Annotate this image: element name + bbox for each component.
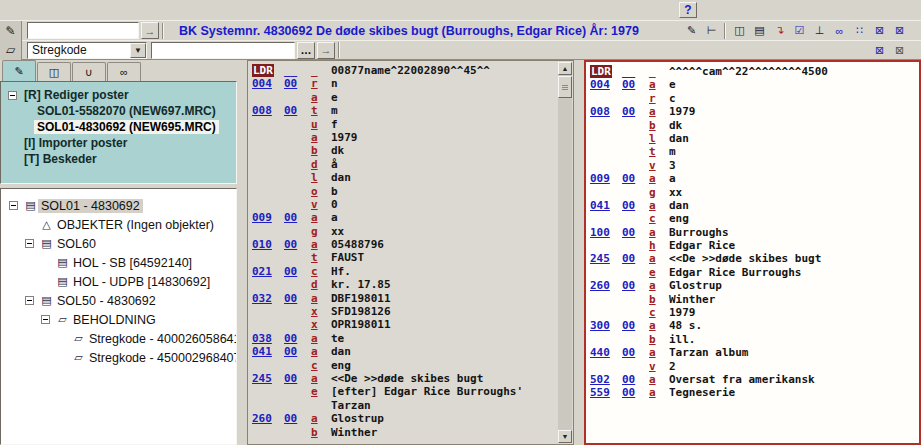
marc-subfield-code[interactable]: u bbox=[311, 118, 319, 131]
marc-indicators[interactable] bbox=[622, 333, 637, 346]
tree-item[interactable]: [I] Importer poster bbox=[1, 135, 236, 151]
marc-tag[interactable] bbox=[590, 132, 612, 145]
marc-subfield-code[interactable]: e bbox=[311, 385, 319, 398]
marc-tag[interactable]: 300 bbox=[590, 319, 612, 332]
record-go-button[interactable]: → bbox=[141, 22, 159, 39]
marc-indicators[interactable] bbox=[284, 91, 299, 104]
marc-subfield-code[interactable]: x bbox=[311, 318, 319, 331]
marc-indicators[interactable] bbox=[622, 360, 637, 373]
record-page-icon[interactable]: ✎ bbox=[0, 21, 22, 41]
marc-indicators[interactable]: 00 bbox=[622, 319, 637, 332]
marc-tag[interactable] bbox=[252, 91, 274, 104]
tree-item[interactable]: ▤ SOL50 - 4830692 bbox=[1, 291, 236, 310]
marc-indicators[interactable] bbox=[284, 359, 299, 372]
marc-row[interactable]: 021 00 c Hf. bbox=[252, 265, 557, 278]
marc-indicators[interactable]: 00 bbox=[622, 279, 637, 292]
marc-indicators[interactable] bbox=[622, 92, 637, 105]
marc-indicators[interactable] bbox=[622, 293, 637, 306]
marc-indicators[interactable]: 00 bbox=[284, 372, 299, 385]
marc-tag[interactable] bbox=[590, 159, 612, 172]
marc-subfield-code[interactable]: a bbox=[649, 386, 657, 399]
marc-subfield-code[interactable]: a bbox=[311, 292, 319, 305]
menu-item[interactable] bbox=[40, 8, 56, 12]
marc-tag[interactable]: 245 bbox=[590, 252, 612, 265]
marc-row[interactable]: 245 00 a <<De >>døde skibes bugt bbox=[252, 372, 557, 385]
marc-tag[interactable] bbox=[252, 359, 274, 372]
marc-row[interactable]: c 1979 bbox=[590, 306, 919, 319]
marc-subfield-code[interactable]: a bbox=[311, 332, 319, 345]
browse-more-button[interactable]: … bbox=[297, 42, 315, 59]
marc-row[interactable]: 032 00 a DBF198011 bbox=[252, 292, 557, 305]
marc-tag[interactable]: 009 bbox=[590, 172, 612, 185]
vertical-scrollbar[interactable]: ▲ ▼ bbox=[558, 62, 572, 443]
menu-item[interactable] bbox=[22, 8, 38, 12]
marc-subfield-code[interactable]: b bbox=[649, 293, 657, 306]
marc-indicators[interactable]: 00 bbox=[284, 412, 299, 425]
marc-tag[interactable] bbox=[252, 171, 274, 184]
marc-subfield-code[interactable]: o bbox=[311, 185, 319, 198]
marc-tag[interactable] bbox=[590, 92, 612, 105]
marc-indicators[interactable]: 00 bbox=[622, 252, 637, 265]
marc-row[interactable]: 010 00 a 05488796 bbox=[252, 238, 557, 251]
marc-subfield-code[interactable]: a bbox=[649, 346, 657, 359]
marc-tag[interactable] bbox=[252, 251, 274, 264]
tree-item[interactable]: SOL01-5582070 (NEW697.MRC) bbox=[1, 103, 236, 119]
tree-item[interactable]: △ OBJEKTER (Ingen objekter) bbox=[1, 215, 236, 234]
marc-row[interactable]: v 3 bbox=[590, 159, 919, 172]
marc-row[interactable]: u f bbox=[252, 118, 557, 131]
toolbar-icon[interactable]: ∷ bbox=[850, 22, 869, 39]
marc-indicators[interactable] bbox=[622, 306, 637, 319]
marc-subfield-code[interactable]: b bbox=[311, 144, 319, 157]
marc-subfield-code[interactable]: a bbox=[649, 319, 657, 332]
marc-subfield-code[interactable]: b bbox=[311, 426, 319, 439]
marc-row[interactable]: 100 00 a Burroughs bbox=[590, 226, 919, 239]
marc-row[interactable]: l dan bbox=[590, 132, 919, 145]
menu-item[interactable] bbox=[76, 8, 92, 12]
marc-indicators[interactable] bbox=[622, 266, 637, 279]
marc-indicators[interactable]: 00 bbox=[622, 172, 637, 185]
marc-indicators[interactable] bbox=[284, 185, 299, 198]
marc-tag[interactable]: 004 bbox=[252, 77, 274, 90]
marc-tag[interactable]: LDR bbox=[252, 64, 274, 77]
marc-indicators[interactable]: 00 bbox=[622, 226, 637, 239]
marc-subfield-code[interactable]: d bbox=[311, 278, 319, 291]
toolbar-icon[interactable]: ∞ bbox=[830, 22, 849, 39]
marc-row[interactable]: t FAUST bbox=[252, 251, 557, 264]
marc-row[interactable]: b Winther bbox=[590, 293, 919, 306]
marc-row[interactable]: l dan bbox=[252, 171, 557, 184]
marc-indicators[interactable] bbox=[284, 305, 299, 318]
marc-subfield-code[interactable] bbox=[311, 399, 319, 412]
toolbar-icon[interactable]: ⊢ bbox=[702, 22, 721, 39]
marc-indicators[interactable] bbox=[284, 131, 299, 144]
marc-indicators[interactable]: 00 bbox=[284, 238, 299, 251]
marc-indicators[interactable] bbox=[622, 159, 637, 172]
marc-subfield-code[interactable]: h bbox=[649, 239, 657, 252]
marc-tag[interactable] bbox=[252, 399, 274, 412]
marc-subfield-code[interactable]: a bbox=[311, 91, 319, 104]
item-value-input[interactable] bbox=[151, 42, 295, 59]
marc-tag[interactable] bbox=[590, 266, 612, 279]
collapse-minus-icon[interactable] bbox=[8, 91, 17, 100]
marc-indicators[interactable]: 00 bbox=[284, 104, 299, 117]
marc-tag[interactable] bbox=[590, 239, 612, 252]
marc-indicators[interactable]: 00 bbox=[284, 345, 299, 358]
marc-tag[interactable]: 008 bbox=[252, 104, 274, 117]
marc-subfield-code[interactable]: t bbox=[311, 251, 319, 264]
marc-tag[interactable] bbox=[252, 278, 274, 291]
marc-tag[interactable] bbox=[252, 131, 274, 144]
marc-row[interactable]: 440 00 a Tarzan album bbox=[590, 346, 919, 359]
marc-row[interactable]: 004 00 r n bbox=[252, 77, 557, 90]
marc-indicators[interactable] bbox=[622, 119, 637, 132]
marc-row[interactable]: b ill. bbox=[590, 333, 919, 346]
toolbar-icon[interactable]: ⊠ bbox=[890, 22, 909, 39]
menu-item[interactable] bbox=[112, 8, 128, 12]
collapse-minus-icon[interactable] bbox=[25, 296, 34, 305]
marc-indicators[interactable] bbox=[284, 144, 299, 157]
marc-row[interactable]: g xx bbox=[590, 186, 919, 199]
marc-row[interactable]: a e bbox=[252, 91, 557, 104]
marc-tag[interactable]: 245 bbox=[252, 372, 274, 385]
toolbar-icon[interactable]: ▤ bbox=[750, 22, 769, 39]
marc-subfield-code[interactable]: a bbox=[649, 78, 657, 91]
marc-tag[interactable]: 004 bbox=[590, 78, 612, 91]
marc-indicators[interactable]: 00 bbox=[284, 211, 299, 224]
